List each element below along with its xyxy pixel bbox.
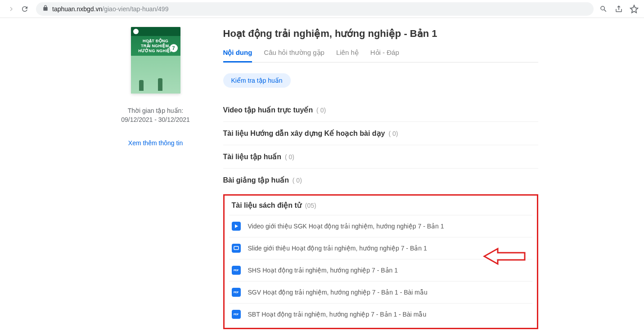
browser-toolbar: taphuan.nxbgd.vn/giao-vien/tap-huan/499 [0, 0, 644, 18]
video-icon [232, 222, 241, 231]
section-title: Tài liệu tập huấn [223, 153, 282, 161]
main-content: Hoạt động trải nghiệm, hướng nghiệp - Bả… [223, 22, 538, 335]
tab-qa[interactable]: Hỏi - Đáp [370, 49, 399, 62]
ebook-item-label: Slide giới thiệu Hoạt động trải nghiệm, … [248, 245, 427, 252]
section-title: Video tập huấn trực tuyến [223, 106, 313, 114]
ebook-item-label: Video giới thiệu SGK Hoạt động trải nghi… [248, 223, 444, 230]
section-count: ( 0) [293, 177, 302, 184]
pdf-icon: PDF [232, 310, 241, 319]
grade-number: 7 [170, 44, 178, 52]
section-count: ( 0) [388, 130, 398, 137]
address-bar[interactable]: taphuan.nxbgd.vn/giao-vien/tap-huan/499 [36, 2, 594, 16]
ebook-section-title: Tài liệu sách điện tử [232, 201, 302, 209]
zoom-icon[interactable] [598, 4, 609, 14]
ebook-item[interactable]: PDF SGV Hoạt động trải nghiệm, hướng ngh… [229, 281, 532, 303]
section-training-lectures[interactable]: Bài giảng tập huấn ( 0) [223, 169, 538, 192]
training-dates: 09/12/2021 - 30/12/2021 [121, 116, 190, 123]
slide-icon [232, 244, 241, 253]
section-video-training[interactable]: Video tập huấn trực tuyến ( 0) [223, 98, 538, 122]
ebook-item-label: SBT Hoạt động trải nghiệm, hướng nghiệp … [248, 311, 427, 318]
ebook-item[interactable]: PDF SHS Hoạt động trải nghiệm, hướng ngh… [229, 259, 532, 281]
svg-rect-0 [234, 246, 239, 250]
share-icon[interactable] [613, 4, 624, 14]
section-demo-lesson[interactable]: Tiết học minh họa ( 0) [223, 333, 538, 335]
tab-contact[interactable]: Liên hệ [336, 49, 359, 62]
reload-icon [21, 5, 29, 13]
section-lesson-plan[interactable]: Tài liệu Hướng dẫn xây dựng Kế hoạch bài… [223, 122, 538, 145]
bookmark-star-icon[interactable] [629, 4, 639, 14]
ebook-item[interactable]: Video giới thiệu SGK Hoạt động trải nghi… [229, 215, 532, 237]
url-text: taphuan.nxbgd.vn/giao-vien/tap-huan/499 [52, 5, 168, 13]
ebook-item[interactable]: Slide giới thiệu Hoạt động trải nghiệm, … [229, 237, 532, 259]
section-count: ( 0) [316, 107, 326, 114]
tab-faq[interactable]: Câu hỏi thường gặp [264, 49, 324, 62]
tab-bar: Nội dung Câu hỏi thường gặp Liên hệ Hỏi … [223, 49, 538, 63]
ebook-section-highlighted: Tài liệu sách điện tử (05) Video giới th… [223, 194, 538, 329]
sidebar: HOẠT ĐỘNG TRẢI NGHIỆM, HƯỚNG NGHIỆP 7 Th… [106, 22, 205, 335]
book-cover: HOẠT ĐỘNG TRẢI NGHIỆM, HƯỚNG NGHIỆP 7 [131, 27, 180, 94]
publisher-logo-icon [133, 29, 139, 34]
section-title: Bài giảng tập huấn [223, 176, 289, 184]
ebook-item-label: SGV Hoạt động trải nghiệm, hướng nghiệp … [248, 289, 428, 296]
section-count: ( 0) [285, 153, 294, 161]
ebook-item-label: SHS Hoạt động trải nghiệm, hướng nghiệp … [248, 267, 398, 274]
section-title: Tài liệu Hướng dẫn xây dựng Kế hoạch bài… [223, 130, 385, 137]
forward-button[interactable] [5, 2, 18, 16]
lock-icon [42, 5, 49, 13]
reload-button[interactable] [18, 2, 32, 16]
section-training-docs[interactable]: Tài liệu tập huấn ( 0) [223, 145, 538, 169]
exam-button[interactable]: Kiểm tra tập huấn [223, 73, 291, 88]
pdf-icon: PDF [232, 288, 241, 297]
training-time-label: Thời gian tập huấn: [128, 107, 184, 114]
page-title: Hoạt động trải nghiệm, hướng nghiệp - Bả… [223, 28, 538, 40]
ebook-section-count: (05) [305, 202, 316, 209]
pdf-icon: PDF [232, 266, 241, 275]
ebook-item[interactable]: PDF SBT Hoạt động trải nghiệm, hướng ngh… [229, 303, 532, 325]
more-info-link[interactable]: Xem thêm thông tin [128, 139, 183, 147]
arrow-right-icon [7, 5, 15, 13]
tab-noi-dung[interactable]: Nội dung [223, 49, 252, 63]
